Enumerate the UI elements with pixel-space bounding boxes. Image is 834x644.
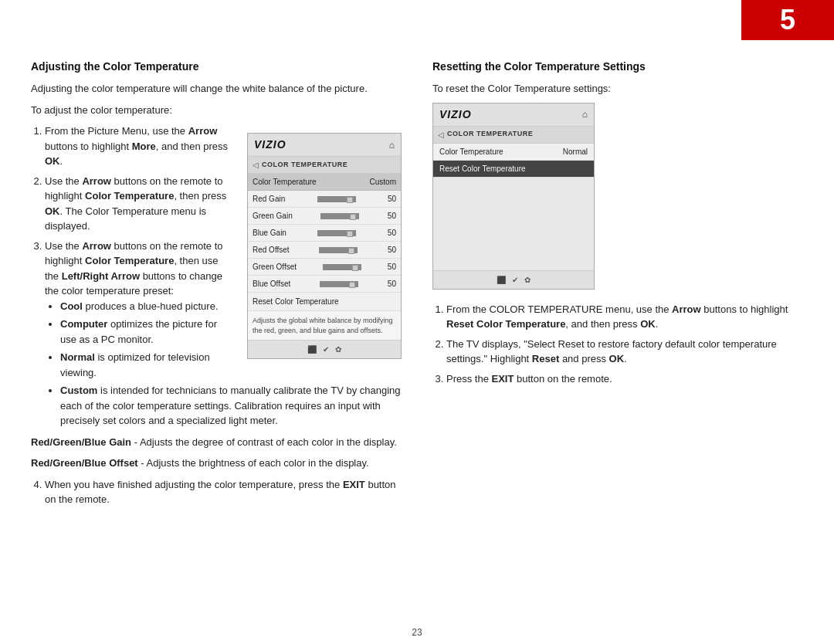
blue-offset-slider: [320, 281, 358, 287]
rs1-bold1: Arrow: [672, 303, 701, 315]
page-number: 5: [780, 4, 795, 36]
step4-list: When you have finished adjusting the col…: [31, 477, 402, 507]
tv-description: Adjusts the global white balance by modi…: [248, 311, 401, 340]
right-tv-empty-area: [433, 178, 594, 270]
blue-offset-label: Blue Offset: [253, 278, 290, 290]
right-step-1: From the COLOR TEMPERATURE menu, use the…: [446, 302, 803, 332]
tv-bottom-bar: ⬛ ✔ ✿: [248, 340, 401, 358]
red-gain-value: 50: [388, 193, 396, 205]
tv-reset-row: Reset Color Temperature: [248, 293, 401, 311]
home-icon: ⌂: [389, 138, 395, 152]
right-menu-row-color-temp: Color Temperature Normal: [433, 144, 594, 161]
step2-bold3: OK: [45, 205, 60, 217]
tv-row-green-offset: Green Offset 50: [248, 259, 401, 276]
step1-bold1: Arrow: [188, 125, 218, 137]
step4-exit-bold: EXIT: [343, 479, 365, 490]
to-adjust-text: To adjust the color temperature:: [31, 103, 402, 118]
right-tv-icon-monitor: ⬛: [497, 274, 506, 286]
rs1-bold3: OK: [640, 318, 656, 330]
breadcrumb-arrow-icon: ◁: [253, 159, 259, 171]
left-column: Adjusting the Color Temperature Adjustin…: [31, 59, 402, 608]
right-tv-icon-down: ✔: [512, 274, 518, 286]
offset-bold-label: Red/Green/Blue Offset: [31, 457, 138, 469]
red-offset-label: Red Offset: [253, 244, 290, 256]
step1-bold3: OK: [45, 155, 60, 167]
tv-row-red-gain: Red Gain 50: [248, 191, 401, 208]
rs2-bold1: Reset: [532, 353, 559, 364]
left-intro: Adjusting the color temperature will cha…: [31, 81, 402, 97]
right-step-3: Press the EXIT button on the remote.: [446, 371, 803, 387]
preset-cool-label: Cool: [60, 300, 83, 312]
left-section-title: Adjusting the Color Temperature: [31, 59, 402, 75]
tv-icon-settings: ✿: [335, 344, 341, 355]
header-bar: 5: [741, 0, 834, 40]
tv-row-green-gain: Green Gain 50: [248, 208, 401, 225]
gain-desc: - Adjusts the degree of contrast of each…: [131, 436, 397, 448]
blue-offset-value: 50: [388, 278, 396, 290]
right-color-temp-label: Color Temperature: [439, 146, 503, 158]
right-section-title: Resetting the Color Temperature Settings: [432, 59, 803, 75]
right-color-temp-value: Normal: [563, 146, 588, 158]
offset-info: Red/Green/Blue Offset - Adjusts the brig…: [31, 456, 402, 471]
tv-screenshot-right: VIZIO ⌂ ◁ COLOR TEMPERATURE Color Temper…: [432, 103, 595, 290]
right-reset-label: Reset Color Temperature: [439, 163, 526, 175]
vizio-logo: VIZIO: [254, 137, 286, 153]
breadcrumb-label: COLOR TEMPERATURE: [262, 160, 348, 171]
right-breadcrumb-arrow-icon: ◁: [438, 129, 444, 141]
red-gain-label: Red Gain: [253, 193, 285, 205]
blue-gain-label: Blue Gain: [253, 227, 286, 239]
red-offset-value: 50: [388, 244, 396, 256]
right-breadcrumb-label: COLOR TEMPERATURE: [447, 129, 533, 140]
preset-normal-label: Normal: [60, 351, 95, 363]
rs3-bold1: EXIT: [492, 373, 514, 385]
tv-row-blue-offset: Blue Offset 50: [248, 276, 401, 293]
right-vizio-logo: VIZIO: [439, 107, 472, 123]
right-tv-icon-settings: ✿: [524, 274, 531, 286]
blue-gain-slider: [317, 230, 356, 236]
tv-icon-monitor: ⬛: [307, 344, 317, 355]
red-offset-slider: [319, 247, 358, 253]
preset-computer-label: Computer: [60, 318, 107, 330]
right-menu-row-reset: Reset Color Temperature: [433, 161, 594, 178]
tv-row-blue-gain: Blue Gain 50: [248, 225, 401, 242]
step-4: When you have finished adjusting the col…: [45, 477, 402, 507]
right-step-2: The TV displays, "Select Reset to restor…: [446, 337, 803, 367]
step1-bold2: More: [132, 141, 156, 152]
step3-bold2: Color Temperature: [85, 255, 174, 266]
green-offset-label: Green Offset: [253, 261, 297, 273]
tv-menu-header: Color Temperature Custom: [248, 174, 401, 191]
reset-row-label: Reset Color Temperature: [253, 297, 339, 306]
step2-bold1: Arrow: [82, 175, 111, 187]
step3-bold3: Left/Right Arrow: [62, 270, 140, 282]
right-steps-list: From the COLOR TEMPERATURE menu, use the…: [432, 302, 803, 387]
preset-custom: Custom is intended for technicians to ma…: [60, 383, 402, 429]
right-tv-top-bar: VIZIO ⌂: [433, 103, 594, 127]
red-gain-slider: [317, 196, 356, 202]
right-home-icon: ⌂: [582, 107, 588, 121]
tv-breadcrumb: ◁ COLOR TEMPERATURE: [248, 157, 401, 174]
rs2-bold2: OK: [609, 353, 625, 364]
right-tv-breadcrumb: ◁ COLOR TEMPERATURE: [433, 127, 594, 144]
blue-gain-value: 50: [388, 227, 396, 239]
tv-header-value: Custom: [370, 176, 396, 188]
green-offset-slider: [323, 264, 361, 270]
offset-desc: - Adjusts the brightness of each color i…: [138, 457, 369, 469]
green-offset-value: 50: [388, 261, 396, 273]
step2-bold2: Color Temperature: [85, 190, 174, 202]
tv-icon-down: ✔: [323, 344, 329, 355]
footer: 23: [0, 627, 834, 638]
green-gain-slider: [320, 213, 359, 219]
footer-page-number: 23: [412, 627, 422, 638]
right-column: Resetting the Color Temperature Settings…: [432, 59, 803, 608]
gain-bold-label: Red/Green/Blue Gain: [31, 436, 131, 448]
right-intro: To reset the Color Temperature settings:: [432, 81, 803, 97]
tv-header-label: Color Temperature: [253, 176, 317, 188]
gain-info: Red/Green/Blue Gain - Adjusts the degree…: [31, 435, 402, 450]
tv-row-red-offset: Red Offset 50: [248, 242, 401, 259]
tv-top-bar: VIZIO ⌂: [248, 134, 401, 157]
rs1-bold2: Reset Color Temperature: [446, 318, 565, 330]
right-tv-bottom-bar: ⬛ ✔ ✿: [433, 270, 594, 289]
green-gain-value: 50: [388, 210, 396, 222]
tv-screenshot-left: VIZIO ⌂ ◁ COLOR TEMPERATURE Color Temper…: [247, 133, 402, 359]
main-content: Adjusting the Color Temperature Adjustin…: [0, 40, 834, 621]
